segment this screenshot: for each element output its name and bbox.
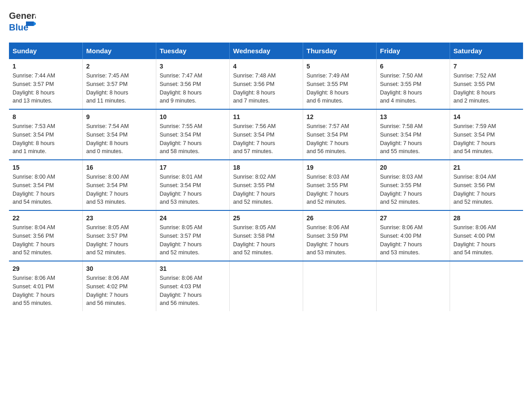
day-number: 7 (454, 63, 520, 70)
day-number: 16 (86, 164, 152, 171)
day-info: Sunrise: 8:03 AM Sunset: 3:55 PM Dayligh… (307, 173, 373, 206)
calendar-cell: 25Sunrise: 8:05 AM Sunset: 3:58 PM Dayli… (229, 210, 303, 261)
day-info: Sunrise: 7:56 AM Sunset: 3:54 PM Dayligh… (233, 122, 299, 156)
day-number: 24 (160, 214, 226, 222)
calendar-cell: 6Sunrise: 7:50 AM Sunset: 3:55 PM Daylig… (376, 59, 450, 109)
day-number: 3 (160, 63, 226, 70)
calendar-cell: 14Sunrise: 7:59 AM Sunset: 3:54 PM Dayli… (450, 109, 523, 160)
calendar-cell: 8Sunrise: 7:53 AM Sunset: 3:54 PM Daylig… (9, 109, 82, 160)
day-info: Sunrise: 8:06 AM Sunset: 4:00 PM Dayligh… (454, 223, 520, 257)
column-header-wednesday: Wednesday (229, 43, 303, 59)
calendar-cell: 20Sunrise: 8:03 AM Sunset: 3:55 PM Dayli… (376, 160, 450, 210)
day-info: Sunrise: 8:00 AM Sunset: 3:54 PM Dayligh… (86, 173, 152, 206)
day-number: 30 (86, 265, 152, 272)
day-info: Sunrise: 7:50 AM Sunset: 3:55 PM Dayligh… (380, 72, 446, 105)
calendar-cell: 12Sunrise: 7:57 AM Sunset: 3:54 PM Dayli… (303, 109, 376, 160)
calendar-cell: 19Sunrise: 8:03 AM Sunset: 3:55 PM Dayli… (303, 160, 376, 210)
column-header-saturday: Saturday (450, 43, 523, 59)
day-number: 21 (454, 164, 520, 171)
day-number: 1 (13, 63, 79, 70)
calendar-table: SundayMondayTuesdayWednesdayThursdayFrid… (9, 43, 523, 311)
calendar-cell: 23Sunrise: 8:05 AM Sunset: 3:57 PM Dayli… (82, 210, 156, 261)
calendar-cell: 26Sunrise: 8:06 AM Sunset: 3:59 PM Dayli… (303, 210, 376, 261)
day-number: 5 (307, 63, 373, 70)
day-info: Sunrise: 8:02 AM Sunset: 3:55 PM Dayligh… (233, 173, 299, 206)
day-info: Sunrise: 8:06 AM Sunset: 4:03 PM Dayligh… (160, 274, 226, 308)
day-info: Sunrise: 8:05 AM Sunset: 3:57 PM Dayligh… (160, 223, 226, 257)
day-info: Sunrise: 7:48 AM Sunset: 3:56 PM Dayligh… (233, 72, 299, 105)
day-number: 25 (233, 214, 299, 222)
day-info: Sunrise: 7:53 AM Sunset: 3:54 PM Dayligh… (13, 122, 79, 156)
calendar-cell: 16Sunrise: 8:00 AM Sunset: 3:54 PM Dayli… (82, 160, 156, 210)
calendar-week-3: 15Sunrise: 8:00 AM Sunset: 3:54 PM Dayli… (9, 160, 523, 210)
svg-marker-2 (34, 21, 36, 26)
day-number: 8 (13, 113, 79, 120)
calendar-cell (450, 261, 523, 311)
day-number: 28 (454, 214, 520, 222)
header-row: SundayMondayTuesdayWednesdayThursdayFrid… (9, 43, 523, 59)
calendar-cell: 17Sunrise: 8:01 AM Sunset: 3:54 PM Dayli… (156, 160, 229, 210)
day-info: Sunrise: 7:59 AM Sunset: 3:54 PM Dayligh… (454, 122, 520, 156)
calendar-week-1: 1Sunrise: 7:44 AM Sunset: 3:57 PM Daylig… (9, 59, 523, 109)
day-number: 20 (380, 164, 446, 171)
column-header-friday: Friday (376, 43, 450, 59)
day-info: Sunrise: 7:52 AM Sunset: 3:55 PM Dayligh… (454, 72, 520, 105)
day-info: Sunrise: 8:05 AM Sunset: 3:57 PM Dayligh… (86, 223, 152, 257)
page-header: General Blue (9, 9, 523, 34)
day-info: Sunrise: 7:57 AM Sunset: 3:54 PM Dayligh… (307, 122, 373, 156)
calendar-cell: 21Sunrise: 8:04 AM Sunset: 3:56 PM Dayli… (450, 160, 523, 210)
calendar-cell: 24Sunrise: 8:05 AM Sunset: 3:57 PM Dayli… (156, 210, 229, 261)
calendar-cell: 31Sunrise: 8:06 AM Sunset: 4:03 PM Dayli… (156, 261, 229, 311)
calendar-cell (376, 261, 450, 311)
calendar-cell: 30Sunrise: 8:06 AM Sunset: 4:02 PM Dayli… (82, 261, 156, 311)
calendar-cell (229, 261, 303, 311)
logo: General Blue (9, 9, 36, 34)
day-info: Sunrise: 8:04 AM Sunset: 3:56 PM Dayligh… (13, 223, 79, 257)
day-info: Sunrise: 8:06 AM Sunset: 3:59 PM Dayligh… (307, 223, 373, 257)
day-number: 6 (380, 63, 446, 70)
day-number: 15 (13, 164, 79, 171)
day-number: 10 (160, 113, 226, 120)
calendar-cell: 5Sunrise: 7:49 AM Sunset: 3:55 PM Daylig… (303, 59, 376, 109)
svg-text:General: General (9, 11, 36, 21)
calendar-cell: 1Sunrise: 7:44 AM Sunset: 3:57 PM Daylig… (9, 59, 82, 109)
column-header-tuesday: Tuesday (156, 43, 229, 59)
day-info: Sunrise: 8:00 AM Sunset: 3:54 PM Dayligh… (13, 173, 79, 206)
day-number: 9 (86, 113, 152, 120)
calendar-cell: 2Sunrise: 7:45 AM Sunset: 3:57 PM Daylig… (82, 59, 156, 109)
day-number: 14 (454, 113, 520, 120)
day-number: 26 (307, 214, 373, 222)
day-number: 12 (307, 113, 373, 120)
calendar-cell: 4Sunrise: 7:48 AM Sunset: 3:56 PM Daylig… (229, 59, 303, 109)
day-info: Sunrise: 7:47 AM Sunset: 3:56 PM Dayligh… (160, 72, 226, 105)
day-info: Sunrise: 8:04 AM Sunset: 3:56 PM Dayligh… (454, 173, 520, 206)
day-number: 2 (86, 63, 152, 70)
logo-icon: General Blue (9, 9, 36, 34)
column-header-thursday: Thursday (303, 43, 376, 59)
day-number: 18 (233, 164, 299, 171)
day-info: Sunrise: 7:54 AM Sunset: 3:54 PM Dayligh… (86, 122, 152, 156)
day-number: 17 (160, 164, 226, 171)
calendar-week-2: 8Sunrise: 7:53 AM Sunset: 3:54 PM Daylig… (9, 109, 523, 160)
calendar-cell: 7Sunrise: 7:52 AM Sunset: 3:55 PM Daylig… (450, 59, 523, 109)
day-number: 4 (233, 63, 299, 70)
day-info: Sunrise: 8:06 AM Sunset: 4:02 PM Dayligh… (86, 274, 152, 308)
calendar-cell: 3Sunrise: 7:47 AM Sunset: 3:56 PM Daylig… (156, 59, 229, 109)
calendar-cell: 29Sunrise: 8:06 AM Sunset: 4:01 PM Dayli… (9, 261, 82, 311)
day-info: Sunrise: 8:05 AM Sunset: 3:58 PM Dayligh… (233, 223, 299, 257)
calendar-cell: 13Sunrise: 7:58 AM Sunset: 3:54 PM Dayli… (376, 109, 450, 160)
calendar-cell: 18Sunrise: 8:02 AM Sunset: 3:55 PM Dayli… (229, 160, 303, 210)
day-info: Sunrise: 7:49 AM Sunset: 3:55 PM Dayligh… (307, 72, 373, 105)
day-number: 19 (307, 164, 373, 171)
calendar-cell: 22Sunrise: 8:04 AM Sunset: 3:56 PM Dayli… (9, 210, 82, 261)
calendar-cell: 11Sunrise: 7:56 AM Sunset: 3:54 PM Dayli… (229, 109, 303, 160)
svg-text:Blue: Blue (9, 22, 28, 32)
day-info: Sunrise: 7:44 AM Sunset: 3:57 PM Dayligh… (13, 72, 79, 105)
day-number: 22 (13, 214, 79, 222)
day-info: Sunrise: 8:01 AM Sunset: 3:54 PM Dayligh… (160, 173, 226, 206)
calendar-cell: 9Sunrise: 7:54 AM Sunset: 3:54 PM Daylig… (82, 109, 156, 160)
day-info: Sunrise: 8:06 AM Sunset: 4:01 PM Dayligh… (13, 274, 79, 308)
day-number: 31 (160, 265, 226, 272)
day-info: Sunrise: 7:55 AM Sunset: 3:54 PM Dayligh… (160, 122, 226, 156)
day-number: 11 (233, 113, 299, 120)
